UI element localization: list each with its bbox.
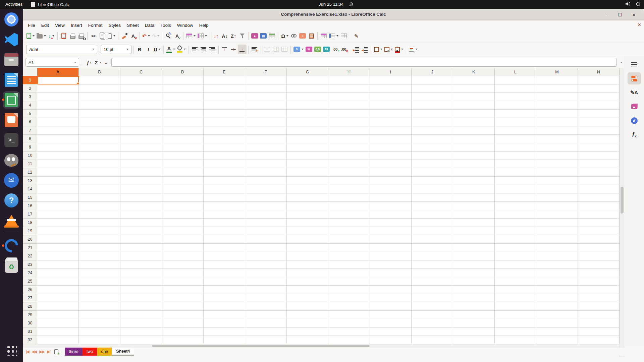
freeze-rows-and-columns-button[interactable]	[328, 31, 339, 41]
column-header-L[interactable]: L	[495, 68, 536, 76]
print-button[interactable]	[68, 31, 77, 41]
font-size-combo[interactable]: 10 pt	[101, 45, 131, 54]
input-line[interactable]	[111, 58, 616, 67]
name-box[interactable]: A1	[25, 58, 79, 67]
rows-button[interactable]	[185, 31, 197, 41]
copy-button[interactable]	[98, 31, 107, 41]
row-header-18[interactable]: 18	[23, 219, 37, 227]
menu-edit[interactable]: Edit	[38, 21, 52, 29]
next-sheet-button[interactable]: ▶▶	[38, 349, 45, 355]
row-header-15[interactable]: 15	[23, 193, 37, 202]
sheet-tab-two[interactable]: two	[82, 348, 97, 356]
select-sum-button[interactable]: Σ	[93, 59, 103, 66]
merge-and-center-cells-button[interactable]	[263, 45, 271, 54]
row-header-2[interactable]: 2	[23, 84, 37, 93]
insert-hyperlink-button[interactable]	[289, 31, 298, 41]
autofilter-button[interactable]	[238, 31, 247, 41]
headers-and-footers-button[interactable]	[307, 31, 316, 41]
dock-terminal[interactable]: >_	[2, 130, 21, 150]
sidebar-sidebar-settings[interactable]	[628, 58, 641, 70]
underline-button[interactable]: U	[153, 45, 162, 54]
column-header-H[interactable]: H	[328, 68, 370, 76]
add-sheet-button[interactable]: +	[53, 348, 60, 356]
close-document-icon[interactable]: ✕	[637, 22, 641, 27]
sidebar-gallery[interactable]	[628, 101, 641, 113]
dock-vscode[interactable]	[2, 30, 21, 49]
row-header-22[interactable]: 22	[23, 252, 37, 260]
save-button[interactable]: ↓●	[47, 31, 56, 41]
increase-indent-button[interactable]: ▸	[352, 45, 361, 54]
export-pdf-button[interactable]	[59, 31, 68, 41]
selected-cell-A1[interactable]	[37, 76, 79, 84]
row-header-11[interactable]: 11	[23, 160, 37, 168]
sidebar-navigator[interactable]	[628, 115, 641, 127]
align-bottom-button[interactable]: ↓	[238, 45, 247, 54]
highlighting-color-button[interactable]	[176, 45, 187, 54]
row-header-16[interactable]: 16	[23, 202, 37, 210]
close-button[interactable]: ✕	[630, 11, 638, 19]
column-header-D[interactable]: D	[162, 68, 204, 76]
dock-show-applications[interactable]	[2, 340, 21, 360]
maximize-button[interactable]: ☐	[616, 11, 624, 19]
titlebar[interactable]: Comprehensive Exercise1.xlsx - LibreOffi…	[23, 9, 644, 20]
column-header-E[interactable]: E	[204, 68, 245, 76]
row-header-7[interactable]: 7	[23, 126, 37, 135]
dock-libreoffice-calc[interactable]	[2, 90, 21, 110]
row-header-19[interactable]: 19	[23, 227, 37, 235]
column-header-M[interactable]: M	[536, 68, 578, 76]
select-all-corner[interactable]	[23, 68, 37, 76]
system-status-area[interactable]	[625, 1, 641, 6]
row-header-1[interactable]: 1	[23, 76, 37, 84]
format-as-percent-button[interactable]: %	[305, 45, 313, 54]
menu-window[interactable]: Window	[174, 21, 196, 29]
conditional-formatting-button[interactable]	[408, 45, 419, 54]
menu-help[interactable]: Help	[196, 21, 212, 29]
show-draw-functions-button[interactable]: ✎	[352, 31, 361, 41]
last-sheet-button[interactable]: ▶|	[46, 349, 51, 355]
columns-button[interactable]	[197, 31, 208, 41]
cell-grid[interactable]	[37, 76, 620, 344]
sort-button[interactable]: ↓↑	[212, 31, 220, 41]
undo-button[interactable]: ↶	[141, 31, 151, 41]
column-header-N[interactable]: N	[578, 68, 620, 76]
sidebar-properties[interactable]	[628, 72, 641, 84]
vertical-scrollbar[interactable]	[620, 68, 624, 357]
menu-insert[interactable]: Insert	[68, 21, 85, 29]
row-header-31[interactable]: 31	[23, 327, 37, 336]
column-header-I[interactable]: I	[370, 68, 412, 76]
new-button[interactable]	[25, 31, 36, 41]
font-color-button[interactable]: A	[165, 45, 176, 54]
dock-trash[interactable]: ♻	[2, 256, 21, 276]
dock-vlc[interactable]	[2, 211, 21, 230]
row-header-8[interactable]: 8	[23, 135, 37, 143]
horizontal-scrollbar[interactable]	[23, 344, 620, 348]
clock-menu[interactable]: Jun 25 11:34	[319, 2, 354, 7]
minimize-button[interactable]: −	[602, 11, 610, 19]
row-header-27[interactable]: 27	[23, 294, 37, 302]
merge-cells-button[interactable]	[271, 45, 280, 54]
column-header-F[interactable]: F	[245, 68, 287, 76]
row-header-23[interactable]: 23	[23, 260, 37, 269]
formula-button[interactable]: =	[103, 59, 109, 66]
dock-libreoffice-impress[interactable]	[2, 110, 21, 130]
dock-gimp[interactable]	[2, 150, 21, 170]
menu-tools[interactable]: Tools	[157, 21, 174, 29]
format-as-number-button[interactable]: 0,0	[313, 45, 322, 54]
sidebar-functions[interactable]: ƒx	[628, 129, 641, 141]
column-header-J[interactable]: J	[412, 68, 453, 76]
menu-file[interactable]: File	[25, 21, 38, 29]
row-header-6[interactable]: 6	[23, 118, 37, 126]
row-header-4[interactable]: 4	[23, 101, 37, 110]
row-header-5[interactable]: 5	[23, 110, 37, 118]
dock-software-update[interactable]	[2, 236, 21, 255]
column-header-K[interactable]: K	[453, 68, 495, 76]
find-and-replace-button[interactable]: ✎	[164, 31, 173, 41]
function-wizard-button[interactable]: ƒx	[85, 59, 93, 66]
split-window-button[interactable]	[339, 31, 348, 41]
column-header-A[interactable]: A	[37, 68, 79, 76]
delete-decimal-place-button[interactable]: .00✕	[339, 45, 348, 54]
menu-data[interactable]: Data	[142, 21, 158, 29]
first-sheet-button[interactable]: |◀	[25, 349, 30, 355]
column-header-B[interactable]: B	[79, 68, 120, 76]
align-left-button[interactable]	[191, 45, 199, 54]
